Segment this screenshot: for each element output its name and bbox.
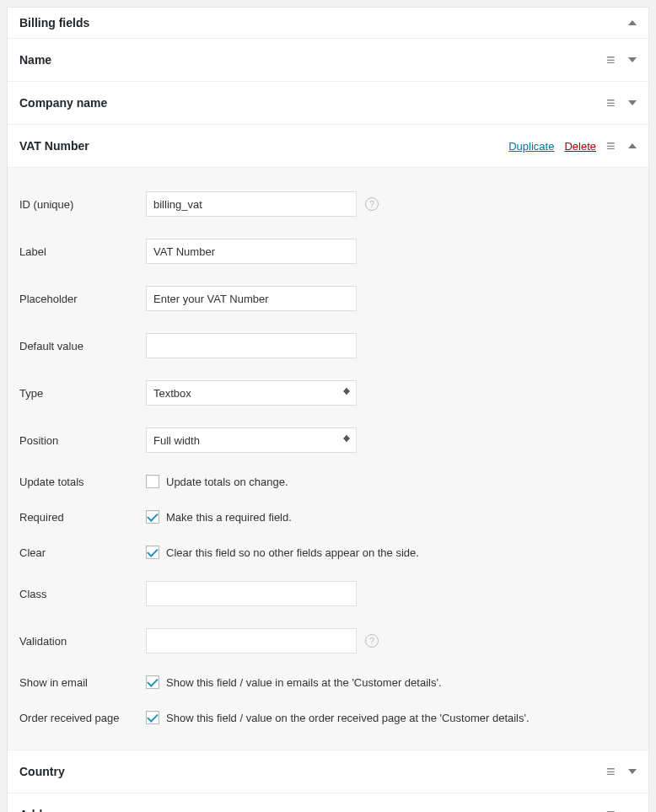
select-type[interactable]: Textbox (146, 380, 357, 406)
field-row-company[interactable]: Company name (8, 82, 648, 125)
panel-header: Billing fields (8, 8, 648, 39)
field-row-controls (606, 95, 637, 110)
form-row-order-received: Order received page Show this field / va… (19, 711, 637, 724)
input-id[interactable] (146, 191, 357, 217)
label-id: ID (unique) (19, 198, 146, 211)
label-show-email: Show in email (19, 676, 146, 689)
duplicate-link[interactable]: Duplicate (508, 140, 554, 153)
checkbox-show-email[interactable]: Show this field / value in emails at the… (146, 675, 442, 689)
field-row-controls: Duplicate Delete (508, 138, 637, 153)
billing-fields-panel: Billing fields Name Company name VAT Num… (7, 7, 649, 812)
form-row-type: Type Textbox (19, 380, 637, 406)
checkbox-box (146, 711, 159, 724)
drag-handle-icon[interactable] (606, 138, 618, 153)
field-row-controls (606, 764, 637, 779)
checkbox-clear[interactable]: Clear this field so no other fields appe… (146, 546, 419, 559)
page-root: Billing fields Name Company name VAT Num… (0, 0, 656, 812)
checkbox-text: Update totals on change. (166, 476, 288, 488)
label-default: Default value (19, 340, 146, 352)
help-icon[interactable]: ? (365, 634, 379, 648)
label-clear: Clear (19, 546, 146, 559)
input-class[interactable] (146, 581, 357, 606)
drag-handle-icon[interactable] (606, 52, 618, 67)
form-row-show-email: Show in email Show this field / value in… (19, 675, 637, 689)
collapse-icon[interactable] (628, 143, 637, 148)
checkbox-box (146, 510, 159, 524)
help-icon[interactable]: ? (365, 197, 379, 211)
select-position[interactable]: Full width (146, 428, 357, 453)
drag-handle-icon[interactable] (606, 95, 618, 110)
expand-icon[interactable] (628, 769, 637, 774)
field-row-controls (606, 807, 637, 812)
form-row-update-totals: Update totals Update totals on change. (19, 475, 637, 488)
form-row-placeholder: Placeholder (19, 286, 637, 311)
field-row-title: Address (19, 808, 67, 812)
checkbox-update-totals[interactable]: Update totals on change. (146, 475, 288, 488)
label-order-received: Order received page (19, 712, 146, 724)
checkbox-required[interactable]: Make this a required field. (146, 510, 292, 524)
input-validation[interactable] (146, 628, 357, 653)
label-update-totals: Update totals (19, 476, 146, 488)
field-row-vat-header[interactable]: VAT Number Duplicate Delete (8, 125, 648, 168)
input-default[interactable] (146, 333, 357, 358)
checkbox-box (146, 546, 159, 559)
field-row-country[interactable]: Country (8, 750, 648, 793)
checkbox-box (146, 675, 159, 689)
form-row-clear: Clear Clear this field so no other field… (19, 546, 637, 559)
input-label[interactable] (146, 239, 357, 264)
label-class: Class (19, 588, 146, 600)
checkbox-text: Clear this field so no other fields appe… (166, 546, 419, 559)
form-row-class: Class (19, 581, 637, 606)
field-row-title: Name (19, 53, 51, 67)
drag-handle-icon[interactable] (606, 764, 618, 779)
label-label: Label (19, 245, 146, 258)
form-row-position: Position Full width (19, 428, 637, 453)
form-row-required: Required Make this a required field. (19, 510, 637, 524)
label-placeholder: Placeholder (19, 293, 146, 305)
checkbox-box (146, 475, 159, 488)
field-row-controls (606, 52, 637, 67)
form-row-id: ID (unique) ? (19, 191, 637, 217)
checkbox-order-received[interactable]: Show this field / value on the order rec… (146, 711, 530, 724)
checkbox-text: Make this a required field. (166, 511, 292, 524)
panel-title: Billing fields (19, 16, 89, 30)
expand-icon[interactable] (628, 100, 637, 105)
label-type: Type (19, 387, 146, 400)
field-row-name[interactable]: Name (8, 39, 648, 82)
form-row-label: Label (19, 239, 637, 264)
field-row-title: VAT Number (19, 139, 89, 153)
label-validation: Validation (19, 635, 146, 648)
form-row-validation: Validation ? (19, 628, 637, 653)
panel-controls (628, 20, 637, 25)
field-row-title: Country (19, 765, 65, 778)
checkbox-text: Show this field / value on the order rec… (166, 712, 530, 724)
checkbox-text: Show this field / value in emails at the… (166, 676, 442, 689)
expand-icon[interactable] (628, 57, 637, 62)
input-placeholder[interactable] (146, 286, 357, 311)
label-required: Required (19, 511, 146, 524)
field-row-vat-body: ID (unique) ? Label Placeholder De (8, 168, 648, 750)
delete-link[interactable]: Delete (564, 140, 596, 153)
label-position: Position (19, 434, 146, 447)
drag-handle-icon[interactable] (606, 807, 618, 812)
form-row-default: Default value (19, 333, 637, 358)
collapse-panel-icon[interactable] (628, 20, 637, 25)
field-row-address[interactable]: Address (8, 793, 648, 812)
field-row-title: Company name (19, 96, 107, 110)
